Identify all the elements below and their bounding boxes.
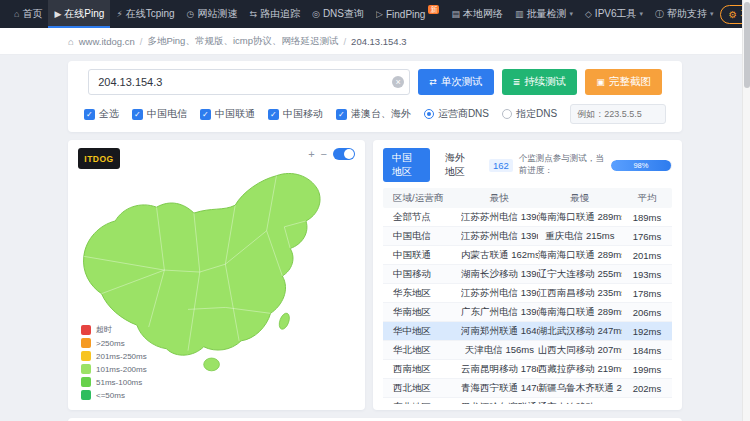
nav-item[interactable]: ▤ 本地网络: [445, 0, 509, 28]
button-icon: ▣: [596, 77, 605, 87]
fastest-cell: 江苏苏州电信 139ms: [461, 230, 538, 243]
region-cell: 中国联通: [383, 249, 461, 262]
region-cell: 全部节点: [383, 211, 461, 224]
slowest-cell: 湖北武汉移动 247ms: [538, 325, 622, 338]
dns-radio[interactable]: 运营商DNS: [424, 107, 489, 121]
table-header-row: 区域/运营商 最快 最慢 平均: [383, 188, 672, 208]
region-cell: 中国电信: [383, 230, 461, 243]
test-button[interactable]: ≣ 持续测试: [502, 69, 578, 95]
breadcrumb: ⌂ www.itdog.cn / 多地Ping、常规版、icmp协议、网络延迟测…: [0, 28, 750, 55]
table-row[interactable]: 中国电信 江苏苏州电信 139ms 重庆电信 215ms 176ms: [383, 227, 672, 246]
nav-item-icon: ▥: [515, 9, 524, 19]
map-toggle-switch[interactable]: [333, 148, 355, 160]
nav-item-icon: ◎: [312, 9, 320, 19]
progress-fill: 98%: [611, 160, 671, 171]
results-panel: 中国地区海外地区 162 个监测点参与测试，当前进度： 98% 区域/运营商 最…: [373, 140, 682, 410]
isp-checkbox[interactable]: ✓ 中国联通: [200, 107, 255, 121]
nav-item[interactable]: ⇆ 路由追踪: [243, 0, 306, 28]
zoom-in-button[interactable]: +: [308, 149, 314, 159]
checkbox-label: 港澳台、海外: [351, 107, 411, 121]
fastest-cell: 江苏苏州电信 139ms: [461, 211, 538, 224]
radio-icon: [502, 109, 512, 119]
nav-item-icon: ▤: [451, 9, 460, 19]
scrollbar-thumb[interactable]: [744, 2, 750, 88]
slowest-cell: 海南海口联通 289ms: [538, 306, 622, 319]
taiwan-island[interactable]: [277, 312, 291, 331]
radio-label: 运营商DNS: [438, 107, 489, 121]
region-tab[interactable]: 海外地区: [436, 148, 483, 182]
dns-input[interactable]: [570, 104, 666, 124]
nav-item-icon: ▷: [376, 9, 383, 19]
page-scrollbar[interactable]: [742, 0, 750, 421]
nav-item[interactable]: ◎ DNS查询: [306, 0, 370, 28]
fastest-cell: 黑龙江哈尔滨联通 167ms: [461, 401, 538, 405]
search-card: × ⇄ 单次测试 ≣ 持续测试 ▣ 完整截图 ✓ 全选 ✓ 中国电: [68, 61, 682, 132]
nav-item[interactable]: ◇ IPV6工具 ▾: [579, 0, 649, 28]
region-cell: 西北地区: [383, 382, 461, 395]
slowest-cell: 海南海口联通 289ms: [538, 211, 622, 224]
nav-item[interactable]: ▥ 批量检测 ▾: [509, 0, 579, 28]
checkbox-label: 全选: [99, 107, 119, 121]
nav-item[interactable]: ◷ 网站测速: [181, 0, 244, 28]
nav-item[interactable]: ▶ 在线Ping: [48, 0, 110, 28]
breadcrumb-site[interactable]: www.itdog.cn: [79, 36, 135, 47]
breadcrumb-current: 204.13.154.3: [351, 36, 406, 47]
legend-color-swatch: [81, 377, 91, 387]
radio-label: 指定DNS: [516, 107, 557, 121]
table-row[interactable]: 全部节点 江苏苏州电信 139ms 海南海口联通 289ms 189ms: [383, 208, 672, 227]
fastest-cell: 湖南长沙移动 139ms: [461, 268, 538, 281]
nav-item[interactable]: ▷ FindPing 新: [370, 0, 445, 28]
test-button[interactable]: ⇄ 单次测试: [418, 69, 494, 95]
average-cell: 201ms: [622, 250, 672, 261]
progress-percent: 98%: [633, 161, 648, 170]
chevron-down-icon: ▾: [569, 10, 573, 18]
slowest-cell: 新疆乌鲁木齐联通 283ms: [538, 382, 622, 395]
average-cell: 176ms: [622, 231, 672, 242]
region-cell: 华东地区: [383, 287, 461, 300]
itdog-logo: ITDOG: [78, 148, 120, 169]
nav-item[interactable]: ⌂ 首页: [8, 0, 48, 28]
legend-label: 101ms-200ms: [96, 365, 147, 374]
isp-checkbox[interactable]: ✓ 中国电信: [132, 107, 187, 121]
slowest-cell: 重庆电信 215ms: [538, 230, 622, 243]
isp-checkbox[interactable]: ✓ 港澳台、海外: [336, 107, 411, 121]
checkbox-checked-icon: ✓: [132, 109, 143, 120]
nav-item-icon: ⌂: [14, 9, 19, 19]
table-row[interactable]: 华中地区 河南郑州联通 164ms 湖北武汉移动 247ms 192ms: [383, 322, 672, 341]
isp-checkbox[interactable]: ✓ 中国移动: [268, 107, 323, 121]
table-row[interactable]: 西南地区 云南昆明移动 178ms 西藏拉萨移动 219ms 199ms: [383, 360, 672, 379]
nav-item-icon: ⚡: [116, 9, 122, 19]
table-body: 全部节点 江苏苏州电信 139ms 海南海口联通 289ms 189ms 中国电…: [383, 208, 672, 404]
legend-color-swatch: [81, 390, 91, 400]
table-row[interactable]: 东北地区 黑龙江哈尔滨联通 167ms 辽宁大连移动 255ms 201ms: [383, 398, 672, 404]
isp-checkbox[interactable]: ✓ 全选: [84, 107, 119, 121]
region-cell: 中国移动: [383, 268, 461, 281]
table-row[interactable]: 华东地区 江苏苏州电信 139ms 江西南昌移动 235ms 178ms: [383, 284, 672, 303]
table-row[interactable]: 华南地区 广东广州电信 139ms 海南海口联通 289ms 206ms: [383, 303, 672, 322]
legend-label: <=50ms: [96, 391, 125, 400]
latency-legend: 超时 >250ms 201ms-250ms 101ms-200ms 51ms-1…: [81, 324, 147, 400]
zoom-out-button[interactable]: −: [321, 149, 327, 159]
button-label: 单次测试: [441, 75, 483, 89]
host-input[interactable]: [88, 69, 410, 95]
legend-color-swatch: [81, 338, 91, 348]
breadcrumb-separator: /: [343, 36, 346, 47]
test-button[interactable]: ▣ 完整截图: [585, 69, 662, 95]
table-row[interactable]: 中国移动 湖南长沙移动 139ms 辽宁大连移动 255ms 193ms: [383, 265, 672, 284]
nav-item[interactable]: ⓘ 帮助支持 ▾: [649, 0, 720, 28]
home-icon: ⌂: [68, 36, 74, 47]
legend-item: 51ms-100ms: [81, 377, 147, 387]
region-tab[interactable]: 中国地区: [383, 148, 430, 182]
checkbox-label: 中国电信: [147, 107, 187, 121]
table-row[interactable]: 中国联通 内蒙古联通 162ms 海南海口联通 289ms 201ms: [383, 246, 672, 265]
dns-radio[interactable]: 指定DNS: [502, 107, 557, 121]
table-row[interactable]: 西北地区 青海西宁联通 147ms 新疆乌鲁木齐联通 283ms 202ms: [383, 379, 672, 398]
nav-item[interactable]: ⚡ 在线Tcping: [110, 0, 180, 28]
nav-item-icon: ⇆: [249, 9, 257, 19]
table-row[interactable]: 华北地区 天津电信 156ms 山西大同移动 207ms 184ms: [383, 341, 672, 360]
average-cell: 189ms: [622, 212, 672, 223]
fastest-cell: 天津电信 156ms: [461, 344, 538, 357]
nav-item-icon: ◇: [585, 9, 592, 19]
legend-item: 101ms-200ms: [81, 364, 147, 374]
hainan-island[interactable]: [204, 358, 220, 371]
